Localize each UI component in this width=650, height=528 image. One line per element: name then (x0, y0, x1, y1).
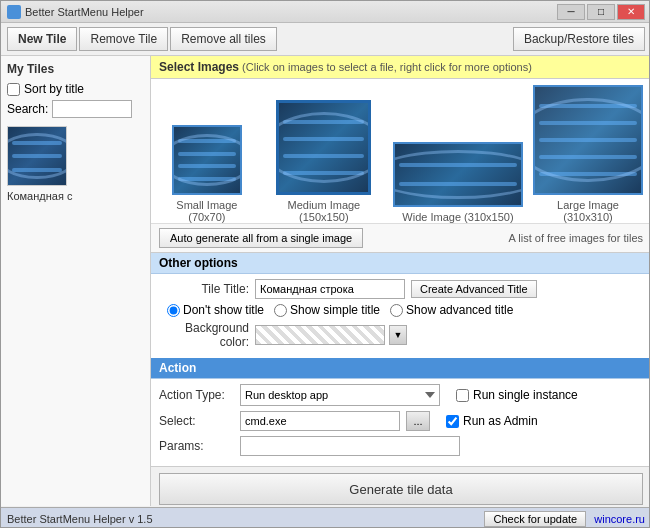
toolbar: New Tile Remove Tile Remove all tiles Ba… (1, 23, 650, 56)
params-input[interactable] (240, 436, 460, 456)
bg-color-label: Background color: (159, 321, 249, 349)
wide-image-label: Wide Image (310x150) (402, 211, 513, 223)
small-image-item[interactable]: Small Image (70x70) (159, 125, 255, 223)
tile-title-label: Tile Title: (159, 282, 249, 296)
search-row: Search: (7, 100, 144, 118)
large-image[interactable] (533, 85, 643, 195)
select-row: Select: ... Run as Admin (159, 411, 643, 431)
action-type-label: Action Type: (159, 388, 234, 402)
large-image-label: Large Image (310x310) (533, 199, 643, 223)
other-options-section: Other options Tile Title: Create Advance… (151, 252, 650, 358)
tile-name-label: Командная с (7, 190, 144, 202)
run-admin-item: Run as Admin (446, 414, 538, 428)
params-label: Params: (159, 439, 234, 453)
radio-dont-show-label: Don't show title (183, 303, 264, 317)
wide-image-item[interactable]: Wide Image (310x150) (393, 142, 523, 223)
tile-preview (8, 127, 66, 185)
auto-generate-button[interactable]: Auto generate all from a single image (159, 228, 363, 248)
close-button[interactable]: ✕ (617, 4, 645, 20)
right-checkboxes: Run single instance (456, 388, 578, 402)
run-as-admin-label: Run as Admin (463, 414, 538, 428)
run-single-label: Run single instance (473, 388, 578, 402)
small-image[interactable] (172, 125, 242, 195)
remove-all-tiles-button[interactable]: Remove all tiles (170, 27, 277, 51)
new-tile-button[interactable]: New Tile (7, 27, 77, 51)
generate-section: Generate tile data (151, 466, 650, 506)
radio-dont-show: Don't show title (167, 303, 264, 317)
left-panel: My Tiles Sort by title Search: (1, 56, 151, 506)
large-image-item[interactable]: Large Image (310x310) (533, 85, 643, 223)
action-body: Action Type: Run desktop app Open URL Op… (151, 379, 650, 466)
medium-image-label: Medium Image (150x150) (265, 199, 383, 223)
remove-tile-button[interactable]: Remove Tile (79, 27, 168, 51)
radio-dont-show-input[interactable] (167, 304, 180, 317)
run-admin-section: Run as Admin (446, 414, 538, 428)
select-label: Select: (159, 414, 234, 428)
color-picker: ▼ (255, 325, 407, 345)
radio-show-advanced-label: Show advanced title (406, 303, 513, 317)
radio-show-simple-label: Show simple title (290, 303, 380, 317)
minimize-button[interactable]: ─ (557, 4, 585, 20)
auto-generate-row: Auto generate all from a single image A … (151, 223, 650, 252)
run-single-item: Run single instance (456, 388, 578, 402)
status-bar: Better StartMenu Helper v 1.5 Check for … (1, 507, 650, 528)
radio-show-simple: Show simple title (274, 303, 380, 317)
params-row: Params: (159, 436, 643, 456)
free-images-link[interactable]: A list of free images for tiles (509, 228, 644, 248)
window-title: Better StartMenu Helper (25, 6, 144, 18)
tile-item[interactable] (7, 126, 67, 186)
wide-image[interactable] (393, 142, 523, 207)
backup-restore-button[interactable]: Backup/Restore tiles (513, 27, 645, 51)
tile-title-input[interactable] (255, 279, 405, 299)
main-content: My Tiles Sort by title Search: (1, 56, 650, 506)
search-label: Search: (7, 102, 48, 116)
window-controls: ─ □ ✕ (557, 4, 645, 20)
medium-image-item[interactable]: Medium Image (150x150) (265, 100, 383, 223)
small-image-label: Small Image (70x70) (159, 199, 255, 223)
select-images-instruction: (Click on images to select a file, right… (239, 61, 532, 73)
radio-show-advanced-input[interactable] (390, 304, 403, 317)
medium-image[interactable] (276, 100, 371, 195)
sort-checkbox[interactable] (7, 83, 20, 96)
my-tiles-title: My Tiles (7, 62, 144, 76)
action-section: Action Action Type: Run desktop app Open… (151, 358, 650, 466)
bg-color-row: Background color: ▼ (159, 321, 643, 349)
title-bar: Better StartMenu Helper ─ □ ✕ (1, 1, 650, 23)
color-box[interactable] (255, 325, 385, 345)
right-panel: Select Images (Click on images to select… (151, 56, 650, 506)
radio-show-advanced: Show advanced title (390, 303, 513, 317)
color-dropdown[interactable]: ▼ (389, 325, 407, 345)
options-body: Tile Title: Create Advanced Title Don't … (151, 274, 650, 358)
generate-button[interactable]: Generate tile data (159, 473, 643, 505)
select-images-header: Select Images (Click on images to select… (151, 56, 650, 79)
other-options-header: Other options (151, 253, 650, 274)
search-input[interactable] (52, 100, 132, 118)
browse-button[interactable]: ... (406, 411, 430, 431)
show-title-row: Don't show title Show simple title Show … (159, 303, 643, 317)
check-update-button[interactable]: Check for update (484, 511, 586, 527)
website-url[interactable]: wincore.ru (594, 513, 645, 525)
app-icon (7, 5, 21, 19)
radio-show-simple-input[interactable] (274, 304, 287, 317)
sort-row: Sort by title (7, 82, 144, 96)
sort-label: Sort by title (24, 82, 84, 96)
action-header: Action (151, 358, 650, 379)
select-images-title: Select Images (159, 60, 239, 74)
maximize-button[interactable]: □ (587, 4, 615, 20)
run-as-admin-checkbox[interactable] (446, 415, 459, 428)
create-advanced-title-button[interactable]: Create Advanced Title (411, 280, 537, 298)
action-type-select[interactable]: Run desktop app Open URL Open folder (240, 384, 440, 406)
select-input[interactable] (240, 411, 400, 431)
status-right: Check for update wincore.ru (484, 511, 645, 527)
action-type-row: Action Type: Run desktop app Open URL Op… (159, 384, 643, 406)
title-row: Tile Title: Create Advanced Title (159, 279, 643, 299)
version-label: Better StartMenu Helper v 1.5 (7, 513, 153, 525)
run-single-checkbox[interactable] (456, 389, 469, 402)
